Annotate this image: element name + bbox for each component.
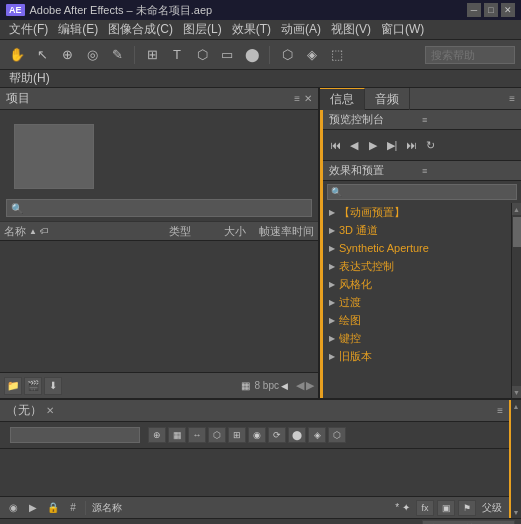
tl-icon-8[interactable]: ⬤ bbox=[288, 427, 306, 443]
tab-audio[interactable]: 音频 bbox=[365, 88, 410, 110]
effect-item-legacy[interactable]: ▶ 旧版本 bbox=[323, 347, 511, 365]
menu-edit[interactable]: 编辑(E) bbox=[53, 21, 103, 38]
effects-list-area: ▶ 【动画预置】 ▶ 3D 通道 ▶ Synthetic Aperture bbox=[323, 203, 521, 398]
scroll-track bbox=[512, 215, 522, 386]
preview-collapse-button[interactable]: ≡ bbox=[422, 115, 515, 125]
tl-icon-9[interactable]: ◈ bbox=[308, 427, 326, 443]
timeline-search-input[interactable] bbox=[14, 430, 136, 441]
effect-item-expression-control[interactable]: ▶ 表达式控制 bbox=[323, 257, 511, 275]
maximize-button[interactable]: □ bbox=[484, 3, 498, 17]
tool-add[interactable]: ⊕ bbox=[56, 44, 78, 66]
tag-icon: 🏷 bbox=[40, 226, 49, 236]
preview-next-button[interactable]: ▶| bbox=[384, 137, 400, 153]
bpc-display[interactable]: ▦ 8 bpc ◀ bbox=[241, 380, 288, 391]
tool-extra1[interactable]: ⬡ bbox=[276, 44, 298, 66]
tool-extra2[interactable]: ◈ bbox=[301, 44, 323, 66]
menu-window[interactable]: 窗口(W) bbox=[376, 21, 429, 38]
effects-collapse-button[interactable]: ≡ bbox=[422, 166, 515, 176]
tool-select[interactable]: ✋ bbox=[6, 44, 28, 66]
scroll-up-arrow[interactable]: ▲ bbox=[512, 203, 522, 215]
import-icon[interactable]: ⬇ bbox=[44, 377, 62, 395]
preview-play-button[interactable]: ▶ bbox=[365, 137, 381, 153]
timeline-search-box[interactable] bbox=[10, 427, 140, 443]
project-menu-button[interactable]: ≡ bbox=[294, 93, 300, 104]
toolbar-separator bbox=[134, 46, 135, 64]
effect-item-3d-channel[interactable]: ▶ 3D 通道 bbox=[323, 221, 511, 239]
project-panel-title: 项目 bbox=[6, 90, 294, 107]
scroll-thumb[interactable] bbox=[513, 217, 521, 247]
scroll-right-icon[interactable]: ▶ bbox=[306, 379, 314, 392]
tl-solo-icon[interactable]: ◉ bbox=[4, 500, 22, 516]
project-bottom-icons: 📁 🎬 ⬇ bbox=[4, 377, 62, 395]
menu-animation[interactable]: 动画(A) bbox=[276, 21, 326, 38]
tool-pencil[interactable]: ✎ bbox=[106, 44, 128, 66]
minimize-button[interactable]: ─ bbox=[467, 3, 481, 17]
new-folder-icon[interactable]: 📁 bbox=[4, 377, 22, 395]
effect-item-synthetic-aperture[interactable]: ▶ Synthetic Aperture bbox=[323, 239, 511, 257]
menu-effect[interactable]: 效果(T) bbox=[227, 21, 276, 38]
effects-scrollbar[interactable]: ▲ ▼ bbox=[511, 203, 521, 398]
tl-lock-icon[interactable]: 🔒 bbox=[44, 500, 62, 516]
scroll-left-icon[interactable]: ◀ bbox=[296, 379, 304, 392]
tl-fx-icon[interactable]: fx bbox=[416, 500, 434, 516]
effect-item-paint[interactable]: ▶ 绘图 bbox=[323, 311, 511, 329]
effects-search-input[interactable] bbox=[344, 187, 513, 198]
menu-view[interactable]: 视图(V) bbox=[326, 21, 376, 38]
tl-icon-4[interactable]: ⬡ bbox=[208, 427, 226, 443]
search-help-box[interactable] bbox=[425, 46, 515, 64]
tab-info[interactable]: 信息 bbox=[320, 88, 365, 110]
timeline-close-button[interactable]: ✕ bbox=[46, 405, 54, 416]
tool-rect[interactable]: ▭ bbox=[216, 44, 238, 66]
project-search-input[interactable] bbox=[26, 202, 307, 214]
timeline-menu-button[interactable]: ≡ bbox=[497, 405, 503, 416]
tool-oval[interactable]: ⬤ bbox=[241, 44, 263, 66]
right-panel-menu-button[interactable]: ≡ bbox=[503, 88, 521, 109]
new-composition-icon[interactable]: 🎬 bbox=[24, 377, 42, 395]
timeline-scroll-track bbox=[511, 412, 521, 506]
tl-parent-icon[interactable]: ⚑ bbox=[458, 500, 476, 516]
tl-icon-3[interactable]: ↔ bbox=[188, 427, 206, 443]
tool-grid[interactable]: ⊞ bbox=[141, 44, 163, 66]
tl-icon-5[interactable]: ⊞ bbox=[228, 427, 246, 443]
tl-fx-label: * ✦ bbox=[392, 502, 413, 513]
tl-blend-icon[interactable]: ▣ bbox=[437, 500, 455, 516]
preview-prev-button[interactable]: ◀ bbox=[346, 137, 362, 153]
menu-layer[interactable]: 图层(L) bbox=[178, 21, 227, 38]
switch-mode-button[interactable]: 切换开关 / 模式 bbox=[422, 520, 515, 524]
timeline-scroll-up[interactable]: ▲ bbox=[511, 400, 521, 412]
timeline-scroll-down[interactable]: ▼ bbox=[511, 506, 521, 518]
effect-item-stylize[interactable]: ▶ 风格化 bbox=[323, 275, 511, 293]
tl-icon-6[interactable]: ◉ bbox=[248, 427, 266, 443]
tl-icon-10[interactable]: ⬡ bbox=[328, 427, 346, 443]
project-search-box[interactable]: 🔍 bbox=[6, 199, 312, 217]
search-help-input[interactable] bbox=[431, 49, 501, 61]
effect-item-keying[interactable]: ▶ 键控 bbox=[323, 329, 511, 347]
menu-file[interactable]: 文件(F) bbox=[4, 21, 53, 38]
menu-composition[interactable]: 图像合成(C) bbox=[103, 21, 178, 38]
tool-extra3[interactable]: ⬚ bbox=[326, 44, 348, 66]
scroll-down-arrow[interactable]: ▼ bbox=[512, 386, 522, 398]
tl-play-icon[interactable]: ▶ bbox=[24, 500, 42, 516]
project-close-button[interactable]: ✕ bbox=[304, 93, 312, 104]
tl-icon-7[interactable]: ⟳ bbox=[268, 427, 286, 443]
tool-text[interactable]: T bbox=[166, 44, 188, 66]
preview-loop-button[interactable]: ↻ bbox=[422, 137, 438, 153]
menu-help[interactable]: 帮助(H) bbox=[4, 70, 55, 87]
window-title: Adobe After Effects – 未命名项目.aep bbox=[30, 3, 213, 18]
effects-list[interactable]: ▶ 【动画预置】 ▶ 3D 通道 ▶ Synthetic Aperture bbox=[323, 203, 511, 398]
tool-hex[interactable]: ⬡ bbox=[191, 44, 213, 66]
tool-circle[interactable]: ◎ bbox=[81, 44, 103, 66]
tl-icon-1[interactable]: ⊕ bbox=[148, 427, 166, 443]
effect-item-animation-preset[interactable]: ▶ 【动画预置】 bbox=[323, 203, 511, 221]
close-button[interactable]: ✕ bbox=[501, 3, 515, 17]
tl-icon-2[interactable]: ▦ bbox=[168, 427, 186, 443]
toolbar-separator-2 bbox=[269, 46, 270, 64]
preview-end-button[interactable]: ⏭ bbox=[403, 137, 419, 153]
effect-item-transition[interactable]: ▶ 过渡 bbox=[323, 293, 511, 311]
preview-start-button[interactable]: ⏮ bbox=[327, 137, 343, 153]
effects-search-box[interactable]: 🔍 bbox=[327, 184, 517, 200]
tool-arrow[interactable]: ↖ bbox=[31, 44, 53, 66]
project-bottom-bar: 📁 🎬 ⬇ ▦ 8 bpc ◀ ◀ ▶ bbox=[0, 372, 318, 398]
project-files-list[interactable] bbox=[0, 241, 318, 372]
tl-hash-icon[interactable]: # bbox=[64, 500, 82, 516]
